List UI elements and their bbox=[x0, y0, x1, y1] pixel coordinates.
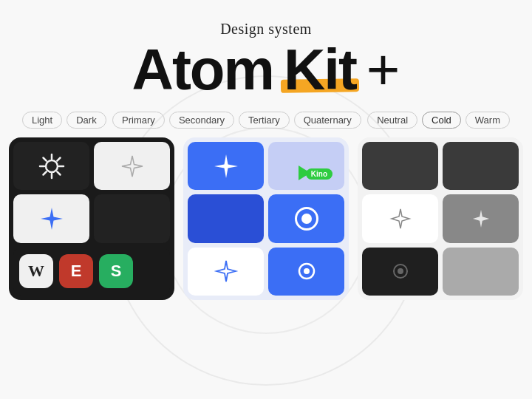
title-atom: Atom bbox=[132, 41, 273, 98]
title-plus: + bbox=[366, 41, 400, 98]
circle-outline-icon bbox=[390, 261, 411, 282]
circle-icon bbox=[296, 260, 318, 282]
filter-dark[interactable]: Dark bbox=[66, 112, 106, 129]
sparkle-blue-icon bbox=[39, 206, 64, 231]
cell-mid-gray bbox=[443, 248, 519, 296]
filters-container: Light Dark Primary Secondary Tertiary Qu… bbox=[0, 112, 532, 129]
filter-group-tone: Neutral Cold Warm bbox=[367, 112, 510, 129]
cards-row: W E S Kino bbox=[0, 129, 532, 300]
app-icon-sheets: S bbox=[99, 254, 133, 288]
filter-secondary[interactable]: Secondary bbox=[169, 112, 234, 129]
svg-line-5 bbox=[43, 157, 46, 160]
cell-darkest bbox=[362, 248, 438, 296]
svg-line-6 bbox=[57, 171, 60, 174]
radio-outer bbox=[295, 207, 318, 231]
svg-point-0 bbox=[46, 160, 58, 172]
sparkle-outline-blue-icon bbox=[214, 259, 239, 284]
cell-blue-bottom-right bbox=[268, 248, 344, 296]
card-dark: W E S bbox=[9, 137, 174, 300]
cell-radio bbox=[268, 194, 344, 242]
cell-sparkle-dark-light bbox=[94, 142, 170, 190]
cell-dark-blue bbox=[188, 194, 264, 242]
cell-blue-1 bbox=[188, 142, 264, 190]
card-neutral bbox=[358, 137, 523, 300]
cell-sparkle-blue bbox=[13, 194, 89, 242]
app-icon-excel: E bbox=[59, 254, 93, 288]
sun-icon bbox=[38, 152, 66, 180]
cell-charcoal-2 bbox=[443, 142, 519, 190]
filter-tertiary[interactable]: Tertiary bbox=[239, 112, 290, 129]
filter-neutral[interactable]: Neutral bbox=[367, 112, 417, 129]
title-row: Atom Kit + bbox=[0, 41, 532, 98]
filter-warm[interactable]: Warm bbox=[466, 112, 510, 129]
cell-app-icons: W E S bbox=[13, 248, 170, 296]
filter-group-theme: Light Dark bbox=[22, 112, 106, 129]
cell-sun bbox=[13, 142, 89, 190]
cell-dark2 bbox=[94, 194, 170, 242]
sparkle-outline-icon bbox=[120, 154, 144, 178]
filter-quaternary[interactable]: Quaternary bbox=[294, 112, 361, 129]
cell-charcoal-1 bbox=[362, 142, 438, 190]
cell-sparkle-mid bbox=[188, 248, 264, 296]
sparkle-white-icon bbox=[213, 153, 239, 180]
filter-primary[interactable]: Primary bbox=[112, 112, 165, 129]
cell-white-right bbox=[362, 194, 438, 242]
svg-point-10 bbox=[304, 268, 310, 274]
header: Design system Atom Kit + bbox=[0, 0, 532, 98]
filter-group-color: Primary Secondary Tertiary Quaternary bbox=[112, 112, 361, 129]
card-primary: Kino bbox=[183, 137, 349, 300]
svg-line-8 bbox=[43, 171, 46, 174]
kino-badge: Kino bbox=[306, 168, 332, 180]
filter-light[interactable]: Light bbox=[22, 112, 62, 129]
title-kit-wrapper: Kit bbox=[284, 41, 356, 98]
sparkle-outline-dark-icon bbox=[389, 208, 412, 230]
svg-line-7 bbox=[57, 157, 60, 160]
cell-gray-1 bbox=[443, 194, 519, 242]
filter-cold[interactable]: Cold bbox=[422, 112, 461, 129]
svg-point-12 bbox=[398, 268, 403, 274]
radio-inner bbox=[301, 214, 312, 224]
title-kit: Kit bbox=[284, 37, 356, 102]
sparkle-white-small-icon bbox=[471, 208, 491, 229]
app-icon-word: W bbox=[19, 254, 53, 288]
subtitle: Design system bbox=[0, 21, 532, 38]
